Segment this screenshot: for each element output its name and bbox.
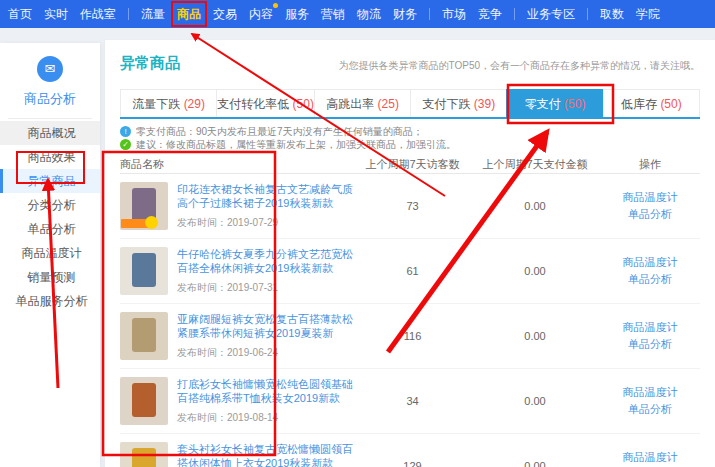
product-cell: 印花连衣裙女长袖复古文艺减龄气质高个子过膝长裙子2019秋装新款发布时间：201… [120,182,355,230]
top-nav: 首页实时作战室流量商品交易内容服务营销物流财务市场竞争业务专区取数学院 [0,0,715,28]
product-info: 牛仔哈伦裤女夏季九分裤文艺范宽松百搭全棉休闲裤女2019秋装新款发布时间：201… [177,247,355,295]
column-header: 商品名称 [120,157,355,172]
table-row: 印花连衣裙女长袖复古文艺减龄气质高个子过膝长裙子2019秋装新款发布时间：201… [120,174,700,239]
visitors-value: 116 [355,330,470,342]
sidebar-title: 商品分析 [0,90,100,108]
tab-count: (29) [184,97,205,111]
product-title-link[interactable]: 牛仔哈伦裤女夏季九分裤文艺范宽松百搭全棉休闲裤女2019秋装新款 [177,247,355,275]
actions-cell: 商品温度计单品分析 [600,384,700,418]
nav-divider [587,8,588,20]
tab-count: (25) [378,97,399,111]
nav-item-finance[interactable]: 财务 [393,6,417,23]
product-title-link[interactable]: 套头衬衫女长袖复古宽松慵懒圆领百搭休闲体恤上衣女2019秋装新款 [177,442,355,467]
main-panel: 异常商品 为您提供各类异常商品的TOP50，会有一个商品存在多种异常的情况，请关… [105,40,715,467]
table-row: 打底衫女长袖慵懒宽松纯色圆领基础百搭纯棉系带T恤秋装女2019新款发布时间：20… [120,369,700,434]
notice-line: ✓建议：修改商品标题，属性等重新发布上架，加强关联商品，加强引流。 [120,138,700,151]
nav-item-realtime[interactable]: 实时 [44,6,68,23]
table-row: 牛仔哈伦裤女夏季九分裤文艺范宽松百搭全棉休闲裤女2019秋装新款发布时间：201… [120,239,700,304]
product-info: 印花连衣裙女长袖复古文艺减龄气质高个子过膝长裙子2019秋装新款发布时间：201… [177,182,355,230]
product-thermometer-link[interactable]: 商品温度计 [600,449,700,466]
sidebar-item-product-overview[interactable]: 商品概况 [0,121,100,145]
product-image[interactable] [120,312,168,360]
sidebar-item-sales-forecast[interactable]: 销量预测 [0,265,100,289]
payment-amount-value: 0.00 [470,330,600,342]
visitors-value: 73 [355,200,470,212]
tab-traffic-drop[interactable]: 流量下跌 (29) [120,89,216,117]
nav-item-trade[interactable]: 交易 [213,6,237,23]
product-title-link[interactable]: 亚麻阔腿短裤女宽松复古百搭薄款松紧腰系带休闲短裤女2019夏装新 [177,312,355,340]
panel-header: 异常商品 为您提供各类异常商品的TOP50，会有一个商品存在多种异常的情况，请关… [120,54,700,73]
product-image[interactable] [120,442,168,467]
tab-low-stock[interactable]: 低库存 (50) [603,89,700,117]
tab-bounce-high[interactable]: 高跳出率 (25) [314,89,410,117]
product-cell: 套头衬衫女长袖复古宽松慵懒圆领百搭休闲体恤上衣女2019秋装新款发布时间：201… [120,442,355,467]
nav-item-product[interactable]: 商品 [177,6,201,23]
tab-count: (50) [293,97,314,111]
table-body: 印花连衣裙女长袖复古文艺减龄气质高个子过膝长裙子2019秋装新款发布时间：201… [120,174,700,467]
tab-conversion-low[interactable]: 支付转化率低 (50) [216,89,314,117]
actions-cell: 商品温度计单品分析 [600,254,700,288]
notification-badge [273,3,278,8]
nav-item-biz-zone[interactable]: 业务专区 [527,6,575,23]
page-description: 为您提供各类异常商品的TOP50，会有一个商品存在多种异常的情况，请关注哦。 [339,59,701,73]
nav-divider [429,8,430,20]
nav-item-war-room[interactable]: 作战室 [80,6,116,23]
publish-date: 发布时间：2019-07-29 [177,216,355,230]
sidebar-item-item-service-analysis[interactable]: 单品服务分析 [0,289,100,313]
nav-item-marketing[interactable]: 营销 [321,6,345,23]
table-row: 套头衬衫女长袖复古宽松慵懒圆领百搭休闲体恤上衣女2019秋装新款发布时间：201… [120,434,700,467]
product-cell: 打底衫女长袖慵懒宽松纯色圆领基础百搭纯棉系带T恤秋装女2019新款发布时间：20… [120,377,355,425]
sidebar-item-category-analysis[interactable]: 分类分析 [0,193,100,217]
product-thermometer-link[interactable]: 商品温度计 [600,319,700,336]
item-analysis-link[interactable]: 单品分析 [600,206,700,223]
nav-item-academy[interactable]: 学院 [636,6,660,23]
product-image[interactable] [120,247,168,295]
notice-line: !零支付商品：90天内发布且最近7天内没有产生任何销量的商品； [120,125,700,138]
nav-item-content[interactable]: 内容 [249,6,273,23]
sidebar: ✉ 商品分析 商品概况商品效果异常商品分类分析单品分析商品温度计销量预测单品服务… [0,43,100,467]
actions-cell: 商品温度计单品分析 [600,189,700,223]
table-row: 亚麻阔腿短裤女宽松复古百搭薄款松紧腰系带休闲短裤女2019夏装新发布时间：201… [120,304,700,369]
sidebar-item-item-analysis[interactable]: 单品分析 [0,217,100,241]
info-icon: ! [120,126,131,137]
product-title-link[interactable]: 印花连衣裙女长袖复古文艺减龄气质高个子过膝长裙子2019秋装新款 [177,182,355,210]
product-image[interactable] [120,182,168,230]
tab-count: (50) [564,97,585,111]
nav-item-service[interactable]: 服务 [285,6,309,23]
check-icon: ✓ [120,139,131,150]
app-window: 首页实时作战室流量商品交易内容服务营销物流财务市场竞争业务专区取数学院 ✉ 商品… [0,0,715,467]
visitors-value: 34 [355,395,470,407]
payment-amount-value: 0.00 [470,395,600,407]
sidebar-item-abnormal-product[interactable]: 异常商品 [0,169,100,193]
nav-item-data-fetch[interactable]: 取数 [600,6,624,23]
nav-divider [514,8,515,20]
product-title-link[interactable]: 打底衫女长袖慵懒宽松纯色圆领基础百搭纯棉系带T恤秋装女2019新款 [177,377,355,405]
item-analysis-link[interactable]: 单品分析 [600,336,700,353]
notice-text: 建议：修改商品标题，属性等重新发布上架，加强关联商品，加强引流。 [136,138,456,151]
tab-zero-payment[interactable]: 零支付 (50) [506,89,602,117]
nav-item-traffic[interactable]: 流量 [141,6,165,23]
publish-date: 发布时间：2019-08-14 [177,411,355,425]
tab-payment-drop[interactable]: 支付下跌 (39) [410,89,506,117]
nav-item-market[interactable]: 市场 [442,6,466,23]
nav-item-home[interactable]: 首页 [8,6,32,23]
tab-bar: 流量下跌 (29)支付转化率低 (50)高跳出率 (25)支付下跌 (39)零支… [120,89,700,119]
nav-item-logistics[interactable]: 物流 [357,6,381,23]
product-cell: 牛仔哈伦裤女夏季九分裤文艺范宽松百搭全棉休闲裤女2019秋装新款发布时间：201… [120,247,355,295]
nav-divider [128,8,129,20]
promo-badge [121,219,151,228]
garment-shape [132,318,156,352]
page-title: 异常商品 [120,54,180,73]
mail-icon: ✉ [37,56,63,82]
product-thermometer-link[interactable]: 商品温度计 [600,254,700,271]
product-thermometer-link[interactable]: 商品温度计 [600,384,700,401]
nav-item-competition[interactable]: 竞争 [478,6,502,23]
product-image[interactable] [120,377,168,425]
garment-shape [132,448,156,467]
tab-count: (39) [474,97,495,111]
sidebar-item-product-thermometer[interactable]: 商品温度计 [0,241,100,265]
sidebar-item-product-effect[interactable]: 商品效果 [0,145,100,169]
product-thermometer-link[interactable]: 商品温度计 [600,189,700,206]
item-analysis-link[interactable]: 单品分析 [600,401,700,418]
item-analysis-link[interactable]: 单品分析 [600,271,700,288]
